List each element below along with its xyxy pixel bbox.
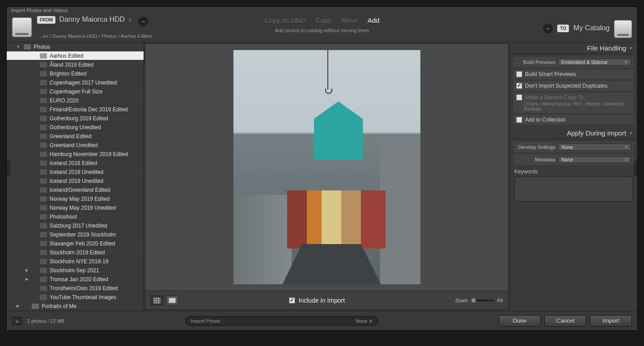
- zoom-slider[interactable]: [471, 300, 494, 301]
- folder-row[interactable]: Norway May 2019 Edited: [7, 194, 144, 203]
- folder-row[interactable]: Stavanger Feb 2020 Edited: [7, 239, 144, 248]
- folder-row[interactable]: Photos: [7, 42, 144, 51]
- to-badge: TO: [557, 25, 569, 32]
- source-selector[interactable]: FROM Danny Maiorca HDD ⇵: [37, 16, 132, 24]
- folder-row[interactable]: Iceland 2018 Unedited: [7, 168, 144, 177]
- folder-label: Portraits of Me: [42, 303, 76, 309]
- mode-description: Add photos to catalog without moving the…: [265, 28, 380, 33]
- folder-label: Stockholm 2019 Edited: [50, 249, 105, 256]
- arrow-right-icon: →: [543, 24, 553, 34]
- folder-row[interactable]: Photoshoot: [7, 212, 144, 221]
- hdd-icon: [12, 17, 32, 37]
- preview-toolbar: Include in Import Zoom Fit: [145, 291, 508, 309]
- mode-add[interactable]: Add: [368, 17, 380, 24]
- loupe-view-button[interactable]: [166, 295, 178, 305]
- folder-row[interactable]: Greenland Unedited: [7, 141, 144, 150]
- checkbox-icon: [289, 297, 295, 304]
- panel-collapse-left[interactable]: [7, 160, 10, 177]
- grid-icon: [153, 297, 161, 304]
- folder-row[interactable]: Trondheim/Oslo 2019 Edited: [7, 284, 144, 293]
- fit-label[interactable]: Fit: [497, 298, 503, 303]
- develop-settings-row: Develop Settings None⇵: [513, 142, 634, 152]
- folder-row[interactable]: Åland 2019 Edited: [7, 60, 144, 69]
- checkbox-icon: [516, 117, 522, 123]
- status-text: 2 photos / 22 MB: [27, 318, 64, 324]
- folder-row[interactable]: Stockholm Sep 2021: [7, 266, 144, 275]
- folder-icon: [40, 125, 47, 130]
- folder-row[interactable]: Stockholm 2019 Edited: [7, 248, 144, 257]
- folder-row[interactable]: September 2019 Stockholm: [7, 230, 144, 239]
- folder-row[interactable]: Iceland/Greenland Edited: [7, 186, 144, 194]
- folder-row[interactable]: Stockholm NYE 2018-19: [7, 257, 144, 266]
- panel-collapse-right[interactable]: [634, 160, 637, 177]
- folder-row[interactable]: Copenhagen 2017 Unedited: [7, 78, 144, 87]
- catalog-hdd-icon: [614, 20, 632, 38]
- expand-status-button[interactable]: ▲: [12, 317, 22, 325]
- folder-row[interactable]: Iceland 2019 Unedited: [7, 177, 144, 186]
- apply-during-import-header[interactable]: Apply During Import▼: [510, 127, 637, 139]
- folder-label: Photos: [34, 44, 50, 50]
- folder-row[interactable]: YouTube Thumbnail Images: [7, 293, 144, 302]
- folder-label: Greenland Unedited: [50, 142, 97, 148]
- folder-row[interactable]: Portraits of Me▶: [7, 302, 144, 311]
- keywords-input[interactable]: [514, 177, 633, 202]
- smart-previews-checkbox[interactable]: Build Smart Previews: [513, 69, 634, 79]
- add-to-collection-checkbox[interactable]: Add to Collection: [513, 115, 634, 125]
- mode-copy[interactable]: Copy: [316, 17, 331, 24]
- destination-selector[interactable]: → TO My Catalog: [537, 18, 632, 38]
- folder-icon: [40, 152, 47, 157]
- folder-row[interactable]: Iceland 2018 Edited: [7, 159, 144, 168]
- folder-row[interactable]: Hamburg November 2019 Edited: [7, 150, 144, 159]
- footer: ▲ 2 photos / 22 MB Import Preset : None …: [7, 311, 637, 330]
- import-dialog: Import Photos and Videos FROM Danny Maio…: [6, 6, 638, 331]
- done-button[interactable]: Done: [499, 315, 541, 327]
- folder-icon: [40, 277, 47, 282]
- folder-label: Hamburg November 2019 Edited: [50, 151, 128, 157]
- folder-icon: [40, 134, 47, 139]
- preview-area[interactable]: [145, 44, 508, 291]
- folder-label: Iceland/Greenland Edited: [50, 187, 110, 193]
- include-in-import-checkbox[interactable]: Include in Import: [289, 297, 345, 304]
- folder-row[interactable]: Salzburg 2017 Unedited: [7, 221, 144, 230]
- import-preset-select[interactable]: Import Preset : None ⇵: [185, 316, 378, 326]
- folder-row[interactable]: Brighton Edited: [7, 69, 144, 78]
- arrow-right-icon[interactable]: →: [138, 17, 148, 26]
- second-copy-checkbox[interactable]: Make a Second Copy To : / Users / dannym…: [513, 93, 634, 113]
- folder-label: Iceland 2019 Unedited: [50, 178, 103, 184]
- build-previews-select[interactable]: Embedded & Sidecar⇵: [558, 59, 631, 66]
- folder-row[interactable]: EURO 2020: [7, 96, 144, 105]
- dont-import-duplicates-checkbox[interactable]: Don't Import Suspected Duplicates: [513, 81, 634, 91]
- folder-row[interactable]: Gothenburg Unedited: [7, 123, 144, 132]
- mode-move[interactable]: Move: [341, 17, 358, 24]
- folder-label: Gothenburg 2019 Edited: [50, 115, 108, 122]
- metadata-select[interactable]: None⇵: [558, 156, 631, 163]
- chevron-down-icon: ▼: [629, 131, 633, 135]
- develop-settings-select[interactable]: None⇵: [558, 143, 631, 151]
- folder-label: EURO 2020: [50, 97, 79, 104]
- grid-view-button[interactable]: [151, 295, 163, 305]
- folder-label: September 2019 Stockholm: [50, 232, 116, 238]
- folder-row[interactable]: Finland/Estonia Dec 2019 Edited: [7, 105, 144, 114]
- metadata-row: Metadata None⇵: [513, 154, 634, 165]
- mode-copy-dng[interactable]: Copy as DNG: [265, 17, 306, 24]
- folder-row[interactable]: Copenhagen Full Size: [7, 87, 144, 96]
- photo-preview: [233, 50, 420, 284]
- window-title: Import Photos and Videos: [7, 7, 637, 12]
- folder-icon: [40, 178, 47, 184]
- folder-row[interactable]: Norway May 2019 Unedited: [7, 203, 144, 212]
- folder-label: Norway May 2019 Edited: [50, 196, 110, 202]
- folder-icon: [40, 241, 47, 246]
- folder-label: YouTube Thumbnail Images: [50, 294, 116, 300]
- folder-label: Tromsø Jan 2020 Edited: [50, 276, 108, 283]
- folder-icon: [40, 116, 47, 121]
- folder-row[interactable]: Aarhus Edited: [7, 51, 144, 60]
- dest-label: My Catalog: [573, 24, 610, 32]
- folder-row[interactable]: Tromsø Jan 2020 Edited: [7, 275, 144, 284]
- folder-row[interactable]: Greenland Edited: [7, 132, 144, 141]
- file-handling-header[interactable]: File Handling▼: [510, 42, 637, 54]
- folder-tree[interactable]: PhotosAarhus EditedÅland 2019 EditedBrig…: [7, 42, 144, 311]
- cancel-button[interactable]: Cancel: [544, 315, 586, 327]
- import-button[interactable]: Import: [590, 315, 632, 327]
- preview-panel: Include in Import Zoom Fit: [145, 43, 508, 310]
- folder-row[interactable]: Gothenburg 2019 Edited: [7, 114, 144, 123]
